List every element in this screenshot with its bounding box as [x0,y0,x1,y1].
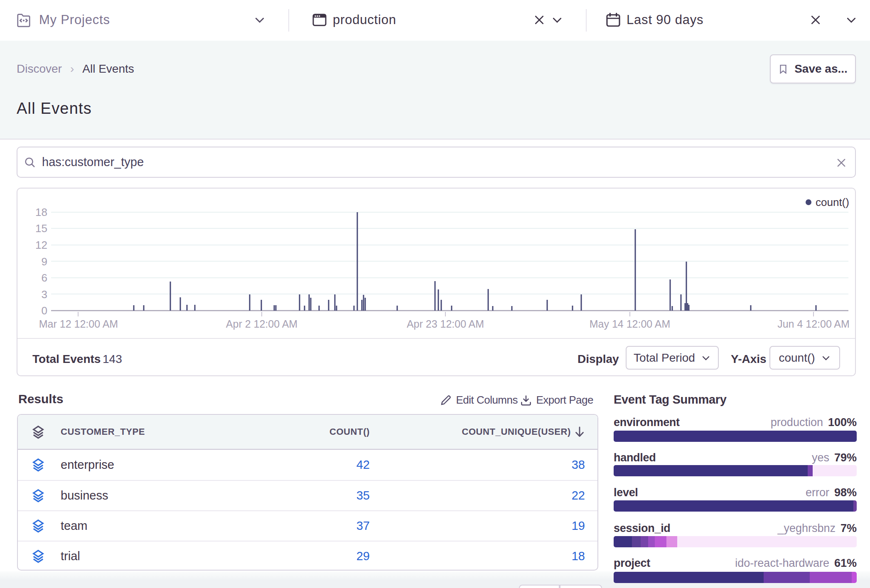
svg-text:12: 12 [35,239,47,251]
svg-text:0: 0 [42,304,47,317]
svg-text:15: 15 [35,222,47,235]
svg-text:3: 3 [42,288,47,301]
svg-text:Mar 12 12:00 AM: Mar 12 12:00 AM [39,318,118,330]
svg-text:18: 18 [35,206,47,218]
svg-text:Apr 2 12:00 AM: Apr 2 12:00 AM [226,318,297,330]
svg-text:May 14 12:00 AM: May 14 12:00 AM [590,318,671,330]
svg-text:count(): count() [816,196,849,208]
svg-text:6: 6 [42,272,47,284]
svg-text:Jun 4 12:00 AM: Jun 4 12:00 AM [777,318,850,330]
svg-text:9: 9 [42,255,47,268]
svg-text:Apr 23 12:00 AM: Apr 23 12:00 AM [407,318,484,330]
